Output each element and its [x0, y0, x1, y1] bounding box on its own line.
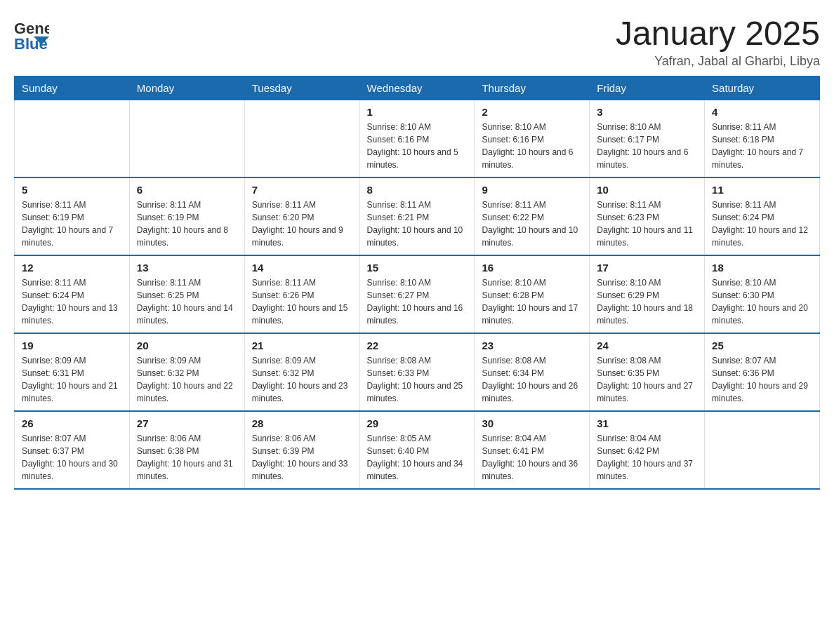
- day-number: 28: [252, 417, 352, 429]
- day-info: Sunrise: 8:08 AMSunset: 6:35 PMDaylight:…: [597, 354, 697, 405]
- calendar-title: January 2025: [616, 14, 820, 53]
- day-info: Sunrise: 8:07 AMSunset: 6:36 PMDaylight:…: [712, 354, 812, 405]
- calendar-header-row: Sunday Monday Tuesday Wednesday Thursday…: [15, 76, 820, 100]
- col-saturday: Saturday: [705, 76, 820, 100]
- day-number: 24: [597, 340, 697, 351]
- day-number: 14: [252, 262, 352, 274]
- day-number: 4: [712, 106, 812, 118]
- day-number: 18: [712, 262, 812, 274]
- day-number: 21: [252, 340, 352, 351]
- day-number: 2: [482, 106, 582, 118]
- calendar-cell: 11Sunrise: 8:11 AMSunset: 6:24 PMDayligh…: [705, 177, 820, 255]
- calendar-cell: 12Sunrise: 8:11 AMSunset: 6:24 PMDayligh…: [15, 255, 130, 333]
- calendar-cell: 17Sunrise: 8:10 AMSunset: 6:29 PMDayligh…: [590, 255, 705, 333]
- calendar-cell: 25Sunrise: 8:07 AMSunset: 6:36 PMDayligh…: [705, 333, 820, 411]
- calendar-cell: 13Sunrise: 8:11 AMSunset: 6:25 PMDayligh…: [129, 255, 244, 333]
- calendar-cell: 21Sunrise: 8:09 AMSunset: 6:32 PMDayligh…: [244, 333, 359, 411]
- day-info: Sunrise: 8:08 AMSunset: 6:34 PMDaylight:…: [482, 354, 582, 405]
- calendar-cell: [129, 100, 244, 178]
- col-monday: Monday: [129, 76, 244, 100]
- col-friday: Friday: [590, 76, 705, 100]
- day-info: Sunrise: 8:08 AMSunset: 6:33 PMDaylight:…: [367, 354, 468, 405]
- calendar-cell: 5Sunrise: 8:11 AMSunset: 6:19 PMDaylight…: [15, 177, 130, 255]
- day-info: Sunrise: 8:09 AMSunset: 6:32 PMDaylight:…: [137, 354, 237, 405]
- calendar-cell: 18Sunrise: 8:10 AMSunset: 6:30 PMDayligh…: [705, 255, 820, 333]
- calendar-cell: 31Sunrise: 8:04 AMSunset: 6:42 PMDayligh…: [590, 411, 705, 489]
- calendar-cell: 26Sunrise: 8:07 AMSunset: 6:37 PMDayligh…: [15, 411, 130, 489]
- day-number: 25: [712, 340, 812, 351]
- day-info: Sunrise: 8:11 AMSunset: 6:19 PMDaylight:…: [22, 199, 122, 249]
- calendar-week-row: 26Sunrise: 8:07 AMSunset: 6:37 PMDayligh…: [15, 411, 820, 489]
- day-number: 12: [22, 262, 122, 274]
- day-info: Sunrise: 8:09 AMSunset: 6:32 PMDaylight:…: [252, 354, 352, 405]
- day-number: 22: [367, 340, 468, 351]
- day-info: Sunrise: 8:10 AMSunset: 6:16 PMDaylight:…: [367, 121, 468, 171]
- day-number: 1: [367, 106, 468, 118]
- calendar-week-row: 12Sunrise: 8:11 AMSunset: 6:24 PMDayligh…: [15, 255, 820, 333]
- calendar-cell: 8Sunrise: 8:11 AMSunset: 6:21 PMDaylight…: [359, 177, 475, 255]
- calendar-cell: 22Sunrise: 8:08 AMSunset: 6:33 PMDayligh…: [359, 333, 475, 411]
- page-header: General Blue January 2025 Yafran, Jabal …: [14, 14, 820, 69]
- calendar-subtitle: Yafran, Jabal al Gharbi, Libya: [616, 54, 820, 69]
- day-number: 31: [597, 417, 697, 429]
- calendar-cell: 4Sunrise: 8:11 AMSunset: 6:18 PMDaylight…: [705, 100, 820, 178]
- day-info: Sunrise: 8:04 AMSunset: 6:42 PMDaylight:…: [597, 432, 697, 483]
- day-number: 15: [367, 262, 468, 274]
- col-sunday: Sunday: [15, 76, 130, 100]
- day-info: Sunrise: 8:11 AMSunset: 6:25 PMDaylight:…: [137, 276, 237, 327]
- calendar-cell: 2Sunrise: 8:10 AMSunset: 6:16 PMDaylight…: [475, 100, 590, 178]
- col-thursday: Thursday: [475, 76, 590, 100]
- calendar-cell: 20Sunrise: 8:09 AMSunset: 6:32 PMDayligh…: [129, 333, 244, 411]
- day-info: Sunrise: 8:11 AMSunset: 6:26 PMDaylight:…: [252, 276, 352, 327]
- day-number: 27: [137, 417, 237, 429]
- day-info: Sunrise: 8:07 AMSunset: 6:37 PMDaylight:…: [22, 432, 122, 483]
- day-info: Sunrise: 8:05 AMSunset: 6:40 PMDaylight:…: [367, 432, 468, 483]
- day-info: Sunrise: 8:11 AMSunset: 6:20 PMDaylight:…: [252, 199, 352, 249]
- calendar-cell: 10Sunrise: 8:11 AMSunset: 6:23 PMDayligh…: [590, 177, 705, 255]
- col-wednesday: Wednesday: [359, 76, 475, 100]
- day-info: Sunrise: 8:11 AMSunset: 6:24 PMDaylight:…: [22, 276, 122, 327]
- day-info: Sunrise: 8:10 AMSunset: 6:29 PMDaylight:…: [597, 276, 697, 327]
- day-info: Sunrise: 8:10 AMSunset: 6:30 PMDaylight:…: [712, 276, 812, 327]
- day-info: Sunrise: 8:10 AMSunset: 6:27 PMDaylight:…: [367, 276, 468, 327]
- day-info: Sunrise: 8:06 AMSunset: 6:38 PMDaylight:…: [137, 432, 237, 483]
- day-info: Sunrise: 8:06 AMSunset: 6:39 PMDaylight:…: [252, 432, 352, 483]
- day-number: 17: [597, 262, 697, 274]
- day-number: 29: [367, 417, 468, 429]
- day-info: Sunrise: 8:10 AMSunset: 6:28 PMDaylight:…: [482, 276, 582, 327]
- calendar-cell: 1Sunrise: 8:10 AMSunset: 6:16 PMDaylight…: [359, 100, 475, 178]
- day-number: 8: [367, 184, 468, 196]
- calendar-cell: 28Sunrise: 8:06 AMSunset: 6:39 PMDayligh…: [244, 411, 359, 489]
- svg-text:Blue: Blue: [14, 35, 48, 53]
- day-number: 5: [22, 184, 122, 196]
- calendar-cell: 24Sunrise: 8:08 AMSunset: 6:35 PMDayligh…: [590, 333, 705, 411]
- title-section: January 2025 Yafran, Jabal al Gharbi, Li…: [616, 14, 820, 69]
- day-info: Sunrise: 8:10 AMSunset: 6:17 PMDaylight:…: [597, 121, 697, 171]
- day-info: Sunrise: 8:11 AMSunset: 6:19 PMDaylight:…: [137, 199, 237, 249]
- day-number: 20: [137, 340, 237, 351]
- day-number: 19: [22, 340, 122, 351]
- day-number: 30: [482, 417, 582, 429]
- calendar-cell: 7Sunrise: 8:11 AMSunset: 6:20 PMDaylight…: [244, 177, 359, 255]
- day-info: Sunrise: 8:11 AMSunset: 6:23 PMDaylight:…: [597, 199, 697, 249]
- calendar-cell: 6Sunrise: 8:11 AMSunset: 6:19 PMDaylight…: [129, 177, 244, 255]
- calendar-cell: 19Sunrise: 8:09 AMSunset: 6:31 PMDayligh…: [15, 333, 130, 411]
- day-number: 9: [482, 184, 582, 196]
- day-number: 10: [597, 184, 697, 196]
- day-number: 16: [482, 262, 582, 274]
- calendar-cell: 16Sunrise: 8:10 AMSunset: 6:28 PMDayligh…: [475, 255, 590, 333]
- col-tuesday: Tuesday: [244, 76, 359, 100]
- day-number: 11: [712, 184, 812, 196]
- calendar-cell: [244, 100, 359, 178]
- day-number: 13: [137, 262, 237, 274]
- day-number: 23: [482, 340, 582, 351]
- calendar-cell: 15Sunrise: 8:10 AMSunset: 6:27 PMDayligh…: [359, 255, 475, 333]
- day-number: 3: [597, 106, 697, 118]
- day-info: Sunrise: 8:10 AMSunset: 6:16 PMDaylight:…: [482, 121, 582, 171]
- day-number: 6: [137, 184, 237, 196]
- calendar-cell: 30Sunrise: 8:04 AMSunset: 6:41 PMDayligh…: [475, 411, 590, 489]
- calendar-cell: [15, 100, 130, 178]
- day-info: Sunrise: 8:04 AMSunset: 6:41 PMDaylight:…: [482, 432, 582, 483]
- logo: General Blue: [14, 14, 49, 55]
- day-info: Sunrise: 8:11 AMSunset: 6:24 PMDaylight:…: [712, 199, 812, 249]
